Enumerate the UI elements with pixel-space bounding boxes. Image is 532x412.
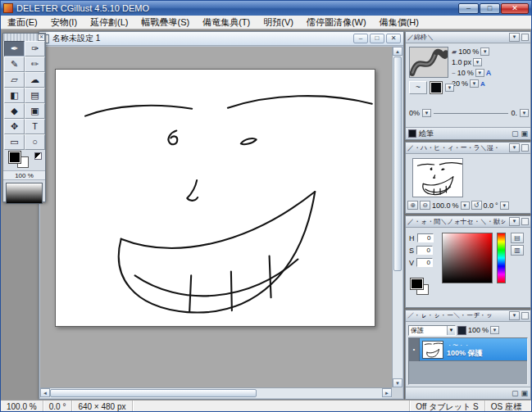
tool-pencil[interactable]: ✎: [4, 57, 25, 72]
tool-zoom[interactable]: ○: [25, 134, 45, 150]
antialias-icon[interactable]: A: [486, 69, 492, 77]
brush-panel-tabs[interactable]: ／綿枠＼: [407, 33, 509, 42]
layers-panel-tabs[interactable]: ／・ㇾ・ㇱ・ー＼・ーヂ・ッ: [407, 312, 509, 319]
menu-item-window[interactable]: 儒停圖清像(W): [300, 16, 373, 29]
spinner-icon[interactable]: ▼: [473, 58, 482, 66]
spinner-icon[interactable]: ▼: [500, 201, 509, 210]
tool-marker-pen[interactable]: ✑: [25, 41, 45, 57]
document-titlebar[interactable]: 名称未設定 1 – □ ✕: [39, 32, 403, 46]
layer-mode-select[interactable]: 保護 ▼: [408, 325, 456, 336]
tool-pen[interactable]: ✒: [4, 41, 25, 57]
chevron-down-icon[interactable]: ▼: [509, 33, 520, 42]
zoom-in-icon[interactable]: ⊕: [407, 201, 418, 210]
tool-fill-bucket[interactable]: ◧: [4, 88, 25, 103]
maximize-button[interactable]: □: [480, 3, 500, 14]
color-panel-header[interactable]: ／・ォ・間＼ノォ十セ・＼・獣ㇱ ▼: [406, 216, 530, 228]
menu-item-select[interactable]: 幅戰疊導(S): [135, 16, 197, 29]
scroll-right-icon[interactable]: ►: [382, 388, 392, 397]
tool-eraser[interactable]: ▱: [4, 72, 25, 88]
scroll-up-icon[interactable]: ▲: [393, 47, 402, 56]
menu-item-help[interactable]: 備集價(H): [373, 16, 425, 29]
horizontal-scrollbar[interactable]: ◄ ►: [40, 387, 392, 398]
current-color-swatch[interactable]: [411, 278, 423, 289]
navigator-panel-header[interactable]: ／・ハ・ヒ・ィ・ー・ラ＼湿・ ▼: [406, 143, 530, 154]
navigator-angle-value[interactable]: 0.0: [484, 201, 494, 210]
layer-lock-icon[interactable]: [457, 326, 466, 335]
foreground-color-swatch[interactable]: [9, 152, 20, 163]
close-button[interactable]: ✕: [501, 3, 529, 14]
spinner-icon[interactable]: ▼: [470, 79, 479, 88]
hue-strip[interactable]: [497, 233, 506, 283]
panel-menu-icon[interactable]: [521, 312, 529, 319]
navigator-preview[interactable]: [412, 158, 463, 197]
menu-item-layer[interactable]: 延停劃(L): [84, 16, 134, 29]
new-layer-icon[interactable]: ▢: [512, 389, 519, 397]
preset-name[interactable]: 絵筆: [419, 129, 434, 139]
document-close-button[interactable]: ✕: [386, 34, 401, 43]
zoom-out-icon[interactable]: ⊖: [420, 201, 430, 210]
new-page-icon[interactable]: ▢: [512, 129, 519, 138]
spinner-icon[interactable]: ▼: [461, 201, 470, 210]
scroll-down-icon[interactable]: ▼: [393, 378, 402, 387]
minimize-button[interactable]: –: [458, 3, 479, 14]
antialias-small-icon[interactable]: A: [480, 80, 485, 88]
default-colors-icon[interactable]: [34, 152, 42, 160]
layer-visibility-toggle[interactable]: •: [409, 338, 420, 361]
menu-item-file[interactable]: 畫面(E): [1, 16, 44, 29]
brush-in-value[interactable]: 10: [457, 69, 466, 77]
scroll-left-icon[interactable]: ◄: [40, 388, 50, 397]
value-value-field[interactable]: 0: [416, 258, 433, 267]
panel-menu-icon[interactable]: [521, 144, 529, 152]
palette-grid-icon[interactable]: ▥: [511, 245, 524, 256]
vertical-scroll-thumb[interactable]: [393, 57, 402, 271]
spinner-icon[interactable]: ▼: [422, 109, 431, 117]
document-minimize-button[interactable]: –: [353, 34, 368, 43]
min-density-value[interactable]: 0.: [511, 109, 517, 117]
panel-menu-icon[interactable]: [521, 218, 529, 225]
layers-panel-header[interactable]: ／・ㇾ・ㇱ・ー＼・ーヂ・ッ ▼: [406, 310, 530, 322]
brush-opacity-value[interactable]: 100: [458, 48, 471, 56]
brush-color-swatch[interactable]: [430, 82, 442, 93]
color-panel-tabs[interactable]: ／・ォ・間＼ノォ十セ・＼・獣ㇱ: [407, 217, 509, 226]
brush-size-value[interactable]: 1.0: [452, 58, 462, 66]
tool-stamp[interactable]: ▣: [25, 103, 45, 119]
delete-layer-icon[interactable]: ▣: [521, 389, 528, 397]
vertical-scrollbar[interactable]: ▲ ▼: [392, 47, 402, 387]
tool-opacity-value[interactable]: 100 %: [3, 170, 45, 180]
tool-airbrush[interactable]: ☁: [25, 72, 45, 88]
spinner-icon[interactable]: ▼: [520, 109, 529, 117]
min-size-value[interactable]: 0%: [409, 109, 420, 117]
stroke-shape-button[interactable]: ~: [409, 81, 427, 94]
tool-move[interactable]: ✥: [4, 119, 25, 134]
menu-item-filter[interactable]: 備竜集典(T): [196, 16, 257, 29]
hue-value-field[interactable]: 0: [417, 233, 434, 242]
saturation-value-picker[interactable]: [442, 233, 493, 283]
spinner-icon[interactable]: ▼: [490, 326, 499, 334]
spinner-icon[interactable]: ▼: [445, 84, 454, 92]
brush-panel-header[interactable]: ／綿枠＼ ▼: [406, 32, 530, 43]
panel-menu-icon[interactable]: [521, 34, 529, 41]
tool-text[interactable]: T: [25, 119, 45, 134]
tool-palette-close-icon[interactable]: ✕: [38, 34, 45, 41]
spinner-icon[interactable]: ▼: [480, 48, 489, 56]
rotate-reset-icon[interactable]: ↺: [471, 201, 482, 210]
canvas[interactable]: [55, 69, 375, 327]
menu-item-edit[interactable]: 安物(I): [44, 16, 84, 29]
tone-gradient-strip[interactable]: [6, 183, 43, 204]
spinner-icon[interactable]: ▼: [475, 69, 484, 77]
saturation-value-field[interactable]: 0: [416, 246, 433, 255]
layer-row[interactable]: • ・〜・・ 100% 保護: [409, 338, 527, 361]
layer-opacity-value[interactable]: 100: [468, 326, 480, 334]
layer-name[interactable]: 100% 保護: [447, 349, 483, 358]
navigator-panel-tabs[interactable]: ／・ハ・ヒ・ィ・ー・ラ＼湿・: [407, 143, 509, 152]
palette-mode-icon[interactable]: ▤: [511, 233, 524, 243]
document-restore-button[interactable]: □: [370, 34, 384, 43]
delete-icon[interactable]: ▣: [521, 129, 528, 138]
tool-tone[interactable]: ▤: [25, 88, 45, 103]
tool-crayon[interactable]: ✏: [25, 57, 45, 72]
chevron-down-icon[interactable]: ▼: [509, 143, 520, 152]
horizontal-scroll-thumb[interactable]: [50, 389, 257, 397]
tool-select-rect[interactable]: ▭: [4, 134, 25, 150]
slider-track[interactable]: [434, 113, 508, 114]
chevron-down-icon[interactable]: ▼: [509, 217, 520, 226]
